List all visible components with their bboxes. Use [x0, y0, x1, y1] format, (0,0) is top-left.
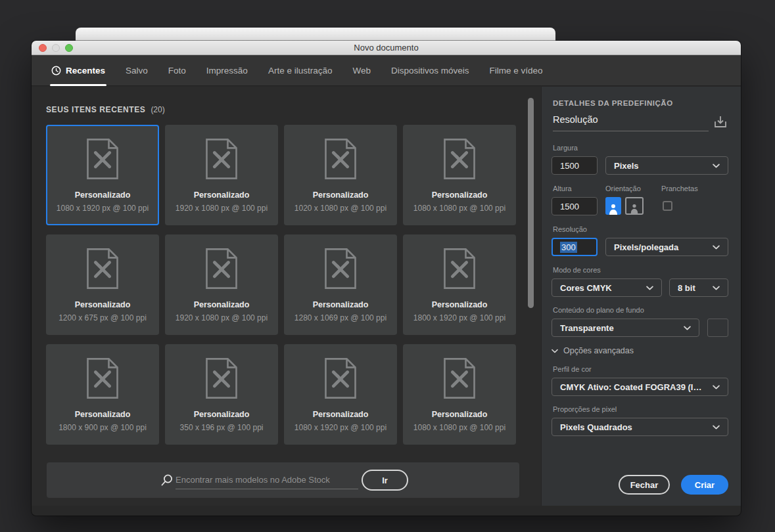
recent-item[interactable]: Personalizado 1920 x 1080 px @ 100 ppi: [165, 234, 278, 335]
resolution-input[interactable]: 300: [552, 238, 598, 256]
preset-document-icon: [202, 357, 241, 399]
color-profile-dropdown[interactable]: CMYK Ativo: Coated FOGRA39 (ISO 1...: [552, 378, 728, 396]
tab-arte-ilustracao[interactable]: Arte e ilustração: [268, 55, 333, 86]
recent-item[interactable]: Personalizado 1920 x 1080 px @ 100 ppi: [165, 125, 278, 225]
chevron-down-icon: [552, 349, 558, 353]
tab-foto[interactable]: Foto: [168, 55, 186, 86]
preset-document-icon: [440, 138, 479, 180]
preset-name: Personalizado: [313, 300, 369, 309]
new-document-dialog: Novo documento Recentes Salvo Foto Impre…: [32, 41, 741, 516]
preset-name: Personalizado: [432, 300, 488, 309]
resolution-unit-value: Pixels/polegada: [614, 242, 707, 252]
color-profile-label: Perfil de cor: [553, 365, 592, 373]
tab-impressao[interactable]: Impressão: [206, 55, 248, 86]
landscape-person-icon: [630, 204, 639, 213]
preset-name: Personalizado: [194, 190, 250, 200]
preset-dimensions: 1280 x 1069 px @ 100 ppi: [294, 313, 387, 322]
panel-heading: DETALHES DA PREDEFINIÇÃO: [553, 99, 673, 107]
traffic-lights: [39, 44, 73, 52]
preset-document-icon: [202, 248, 241, 290]
recent-item[interactable]: Personalizado 1800 x 900 px @ 100 ppi: [46, 344, 159, 445]
bit-depth-dropdown[interactable]: 8 bit: [669, 278, 728, 297]
tab-label: Recentes: [66, 66, 105, 76]
recent-item[interactable]: Personalizado 1200 x 675 px @ 100 ppi: [46, 234, 159, 335]
category-tabs: Recentes Salvo Foto Impressão Arte e ilu…: [32, 55, 741, 86]
chevron-down-icon: [713, 164, 720, 168]
dialog-content: SEUS ITENS RECENTES (20) Personalizado 1…: [32, 87, 741, 506]
close-window-icon[interactable]: [39, 44, 47, 52]
tab-dispositivos-moveis[interactable]: Dispositivos móveis: [391, 55, 469, 86]
preset-document-icon: [83, 248, 122, 290]
pixel-aspect-dropdown[interactable]: Pixels Quadrados: [552, 418, 728, 436]
background-color-swatch[interactable]: [707, 319, 728, 337]
preset-dimensions: 1020 x 1080 px @ 100 ppi: [294, 204, 387, 213]
tab-web[interactable]: Web: [352, 55, 371, 86]
recent-items-heading: SEUS ITENS RECENTES (20): [46, 105, 165, 114]
preset-dimensions: 1800 x 900 px @ 100 ppi: [59, 423, 147, 432]
width-value: 1500: [560, 161, 579, 171]
recent-item[interactable]: Personalizado 1020 x 1080 px @ 100 ppi: [284, 125, 397, 225]
tab-salvo[interactable]: Salvo: [126, 55, 148, 86]
preset-dimensions: 1920 x 1080 px @ 100 ppi: [176, 313, 268, 322]
recent-item[interactable]: Personalizado 1280 x 1069 px @ 100 ppi: [284, 234, 397, 335]
preset-name: Personalizado: [194, 410, 250, 419]
go-button[interactable]: Ir: [362, 470, 408, 491]
chevron-down-icon: [713, 286, 720, 290]
width-input[interactable]: 1500: [552, 156, 598, 175]
preset-dimensions: 1920 x 1080 px @ 100 ppi: [176, 204, 268, 213]
height-value: 1500: [560, 202, 579, 211]
artboards-label: Pranchetas: [661, 185, 698, 192]
document-name-input[interactable]: Resolução: [553, 114, 709, 131]
recent-item[interactable]: Personalizado 1800 x 1920 px @ 100 ppi: [403, 234, 516, 335]
dialog-title: Novo documento: [354, 43, 418, 53]
preset-name: Personalizado: [75, 300, 131, 309]
preset-name: Personalizado: [194, 300, 250, 309]
orientation-landscape-icon[interactable]: [625, 197, 644, 215]
tab-filme-video[interactable]: Filme e vídeo: [489, 55, 542, 86]
tab-label: Dispositivos móveis: [391, 66, 469, 76]
tab-label: Impressão: [206, 66, 248, 76]
pixel-aspect-value: Pixels Quadrados: [560, 422, 707, 432]
minimize-window-icon[interactable]: [52, 44, 60, 52]
preset-document-icon: [83, 357, 122, 399]
resolution-unit-dropdown[interactable]: Pixels/polegada: [605, 238, 728, 256]
artboards-checkbox[interactable]: [663, 201, 672, 211]
width-unit-dropdown[interactable]: Pixels: [605, 156, 728, 175]
preset-document-icon: [321, 248, 360, 290]
background-contents-label: Conteúdo do plano de fundo: [553, 306, 644, 314]
background-contents-value: Transparente: [560, 323, 678, 333]
chevron-down-icon: [646, 286, 653, 290]
preset-dimensions: 1080 x 1080 px @ 100 ppi: [413, 423, 505, 432]
tab-label: Foto: [168, 66, 186, 76]
portrait-person-icon: [608, 204, 619, 215]
save-preset-icon[interactable]: [713, 115, 728, 129]
preset-name: Personalizado: [75, 410, 131, 419]
advanced-options-toggle[interactable]: Opções avançadas: [552, 346, 634, 355]
vertical-scrollbar[interactable]: [528, 98, 534, 308]
tab-recentes[interactable]: Recentes: [51, 55, 105, 86]
recent-item[interactable]: Personalizado 1080 x 1080 px @ 100 ppi: [403, 125, 516, 225]
bit-depth-value: 8 bit: [678, 283, 707, 293]
clock-icon: [51, 66, 61, 76]
preset-name: Personalizado: [432, 190, 488, 200]
color-mode-dropdown[interactable]: Cores CMYK: [552, 278, 662, 297]
recent-count: (20): [151, 105, 164, 114]
pixel-aspect-label: Proporções de pixel: [553, 405, 617, 413]
recent-item[interactable]: Personalizado 1080 x 1920 px @ 100 ppi: [46, 125, 159, 225]
height-input[interactable]: 1500: [552, 197, 598, 215]
orientation-portrait-icon[interactable]: [605, 197, 621, 215]
orientation-label: Orientação: [605, 185, 641, 192]
background-contents-dropdown[interactable]: Transparente: [552, 319, 699, 337]
preset-document-icon: [83, 138, 122, 180]
preset-document-icon: [321, 138, 360, 180]
recent-item[interactable]: Personalizado 350 x 196 px @ 100 ppi: [165, 344, 278, 445]
recent-item[interactable]: Personalizado 1080 x 1920 px @ 100 ppi: [284, 344, 397, 445]
dialog-titlebar[interactable]: Novo documento: [32, 41, 741, 55]
preset-name: Personalizado: [313, 190, 369, 200]
close-button[interactable]: Fechar: [619, 475, 670, 495]
recent-item[interactable]: Personalizado 1080 x 1080 px @ 100 ppi: [403, 344, 516, 445]
zoom-window-icon[interactable]: [65, 44, 73, 52]
stock-search-input[interactable]: [176, 471, 358, 489]
recent-heading-text: SEUS ITENS RECENTES: [46, 105, 145, 114]
create-button[interactable]: Criar: [681, 475, 728, 495]
